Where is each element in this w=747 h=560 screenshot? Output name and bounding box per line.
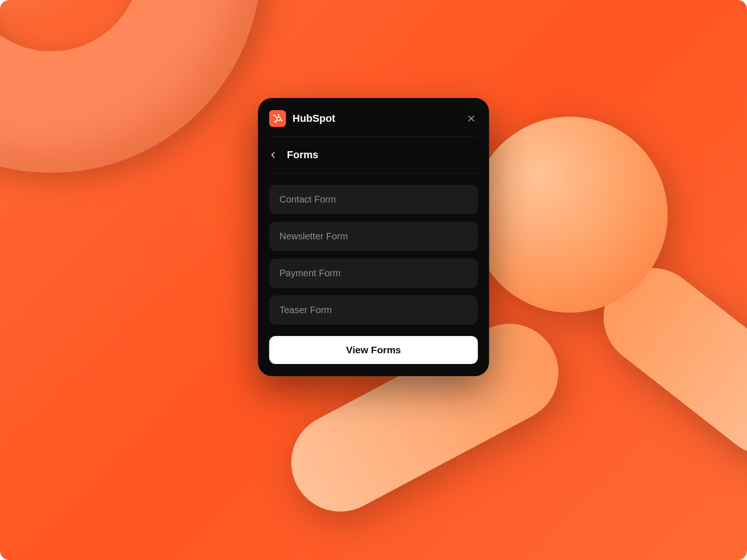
form-item-label: Newsletter Form	[280, 231, 348, 241]
form-item-newsletter[interactable]: Newsletter Form	[269, 222, 478, 251]
hubspot-panel: HubSpot Forms Contact Form Newsletter Fo…	[258, 98, 489, 376]
form-item-label: Teaser Form	[280, 305, 332, 315]
svg-point-6	[274, 114, 275, 116]
form-item-payment[interactable]: Payment Form	[269, 259, 478, 288]
back-button[interactable]	[268, 149, 280, 161]
decorative-torus	[0, 0, 261, 173]
form-item-contact[interactable]: Contact Form	[269, 185, 478, 214]
svg-point-2	[278, 114, 279, 115]
section-header: Forms	[269, 137, 478, 173]
panel-header: HubSpot	[269, 109, 478, 136]
view-forms-button[interactable]: View Forms	[269, 336, 478, 364]
svg-line-5	[275, 116, 277, 118]
close-icon	[467, 114, 476, 123]
form-item-label: Payment Form	[280, 268, 341, 278]
hubspot-sprocket-icon	[269, 110, 286, 127]
brand-title: HubSpot	[293, 112, 458, 125]
close-button[interactable]	[465, 112, 478, 125]
svg-point-8	[275, 121, 276, 122]
form-items: Contact Form Newsletter Form Payment For…	[269, 174, 478, 364]
svg-line-3	[280, 119, 282, 120]
primary-button-label: View Forms	[346, 344, 401, 355]
chevron-left-icon	[270, 151, 277, 159]
form-item-label: Contact Form	[280, 194, 336, 204]
svg-point-4	[281, 120, 282, 121]
form-item-teaser[interactable]: Teaser Form	[269, 295, 478, 325]
section-title: Forms	[287, 149, 318, 161]
